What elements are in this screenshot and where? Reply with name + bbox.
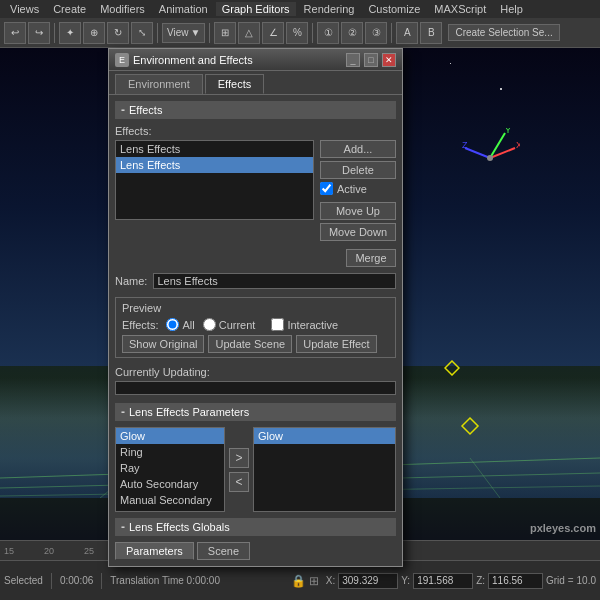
current-radio[interactable]: [203, 318, 216, 331]
effects-listbox[interactable]: Lens Effects Lens Effects: [115, 140, 314, 220]
show-original-button[interactable]: Show Original: [122, 335, 204, 353]
all-radio-label[interactable]: All: [166, 318, 194, 331]
toolbar-render1[interactable]: ①: [317, 22, 339, 44]
lens-add-arrow[interactable]: >: [229, 448, 249, 468]
toolbar-angle[interactable]: ∠: [262, 22, 284, 44]
menu-animation[interactable]: Animation: [153, 2, 214, 16]
toolbar-redo[interactable]: ↪: [28, 22, 50, 44]
toolbar-render2[interactable]: ②: [341, 22, 363, 44]
star3: [450, 63, 451, 64]
lens-remove-arrow[interactable]: <: [229, 472, 249, 492]
dialog-maximize-button[interactable]: □: [364, 53, 378, 67]
move-up-button[interactable]: Move Up: [320, 202, 396, 220]
menu-rendering[interactable]: Rendering: [298, 2, 361, 16]
grid-label: Grid =: [546, 575, 574, 586]
effects-radio-label: Effects:: [122, 319, 158, 331]
effects-item-0[interactable]: Lens Effects: [116, 141, 313, 157]
lens-item-auto-secondary[interactable]: Auto Secondary: [116, 476, 224, 492]
lens-item-star[interactable]: Star: [116, 508, 224, 512]
x-input[interactable]: [338, 573, 398, 589]
svg-line-14: [470, 458, 500, 498]
selection-diamond: [460, 416, 480, 438]
globals-tab-parameters[interactable]: Parameters: [115, 542, 194, 560]
lens-effects-list[interactable]: Glow Ring Ray Auto Secondary Manual Seco…: [115, 427, 225, 512]
lens-item-manual-secondary[interactable]: Manual Secondary: [116, 492, 224, 508]
current-radio-label[interactable]: Current: [203, 318, 256, 331]
menu-views[interactable]: Views: [4, 2, 45, 16]
move-down-button[interactable]: Move Down: [320, 223, 396, 241]
toolbar-sep2: [157, 23, 158, 43]
time-display: 0:00:06: [60, 575, 93, 586]
update-scene-button[interactable]: Update Scene: [208, 335, 292, 353]
dialog-content: - Effects Effects: Lens Effects Lens Eff…: [109, 95, 402, 566]
toolbar-select[interactable]: ✦: [59, 22, 81, 44]
toolbar-extra1[interactable]: A: [396, 22, 418, 44]
effects-list-area: Lens Effects Lens Effects Add... Delete …: [115, 140, 396, 241]
active-row: Active: [320, 182, 396, 195]
create-selection-button[interactable]: Create Selection Se...: [448, 24, 559, 41]
menu-customize[interactable]: Customize: [362, 2, 426, 16]
bottom-sep1: [51, 573, 52, 589]
lens-active-item-glow[interactable]: Glow: [254, 428, 395, 444]
dialog-title: Environment and Effects: [133, 54, 342, 66]
toolbar-rotate[interactable]: ↻: [107, 22, 129, 44]
toolbar-render3[interactable]: ③: [365, 22, 387, 44]
toolbar-undo[interactable]: ↩: [4, 22, 26, 44]
name-input[interactable]: [153, 273, 396, 289]
toolbar-sep4: [312, 23, 313, 43]
effects-section-header: - Effects: [115, 101, 396, 119]
lens-arrows: > <: [229, 427, 249, 512]
snap-icon: ⊞: [309, 574, 319, 588]
z-label: Z:: [476, 575, 485, 586]
menu-maxscript[interactable]: MAXScript: [428, 2, 492, 16]
toolbar-percent[interactable]: %: [286, 22, 308, 44]
svg-text:Z: Z: [462, 140, 468, 150]
lens-active-list[interactable]: Glow: [253, 427, 396, 512]
svg-text:X: X: [516, 140, 520, 150]
name-label: Name:: [115, 275, 147, 287]
dialog-close-button[interactable]: ✕: [382, 53, 396, 67]
dialog-minimize-button[interactable]: _: [346, 53, 360, 67]
preview-btns: Show Original Update Scene Update Effect: [122, 335, 389, 353]
toolbar-move[interactable]: ⊕: [83, 22, 105, 44]
environment-effects-dialog: E Environment and Effects _ □ ✕ Environm…: [108, 48, 403, 567]
add-button[interactable]: Add...: [320, 140, 396, 158]
name-row: Name:: [115, 273, 396, 289]
lens-item-glow[interactable]: Glow: [116, 428, 224, 444]
menu-create[interactable]: Create: [47, 2, 92, 16]
tick-20: 20: [44, 546, 54, 556]
effects-item-1[interactable]: Lens Effects: [116, 157, 313, 173]
all-radio[interactable]: [166, 318, 179, 331]
toolbar-extra2[interactable]: B: [420, 22, 442, 44]
delete-button[interactable]: Delete: [320, 161, 396, 179]
active-label: Active: [337, 183, 367, 195]
lens-item-ring[interactable]: Ring: [116, 444, 224, 460]
coordinates: 🔒 ⊞ X: Y: Z: Grid = 10.0: [291, 573, 596, 589]
toolbar-snap[interactable]: △: [238, 22, 260, 44]
merge-button[interactable]: Merge: [346, 249, 396, 267]
z-input[interactable]: [488, 573, 543, 589]
toolbar-scale[interactable]: ⤡: [131, 22, 153, 44]
grid-value: 10.0: [577, 575, 596, 586]
view-dropdown[interactable]: View ▼: [162, 23, 205, 43]
update-effect-button[interactable]: Update Effect: [296, 335, 376, 353]
tab-effects[interactable]: Effects: [205, 74, 264, 94]
menu-modifiers[interactable]: Modifiers: [94, 2, 151, 16]
globals-tab-scene[interactable]: Scene: [197, 542, 250, 560]
status-text: Selected: [4, 575, 43, 586]
y-input[interactable]: [413, 573, 473, 589]
menu-graph-editors[interactable]: Graph Editors: [216, 2, 296, 16]
axis-indicator: X Y Z: [460, 128, 520, 188]
toolbar-magnet[interactable]: ⊞: [214, 22, 236, 44]
toolbar-sep3: [209, 23, 210, 43]
interactive-checkbox[interactable]: [271, 318, 284, 331]
bottom-sep2: [101, 573, 102, 589]
y-label: Y:: [401, 575, 410, 586]
tick-25: 25: [84, 546, 94, 556]
active-checkbox[interactable]: [320, 182, 333, 195]
tab-environment[interactable]: Environment: [115, 74, 203, 94]
effects-radio-row: Effects: All Current Interactive: [122, 318, 389, 331]
menu-help[interactable]: Help: [494, 2, 529, 16]
effects-label: Effects:: [115, 125, 396, 137]
lens-item-ray[interactable]: Ray: [116, 460, 224, 476]
